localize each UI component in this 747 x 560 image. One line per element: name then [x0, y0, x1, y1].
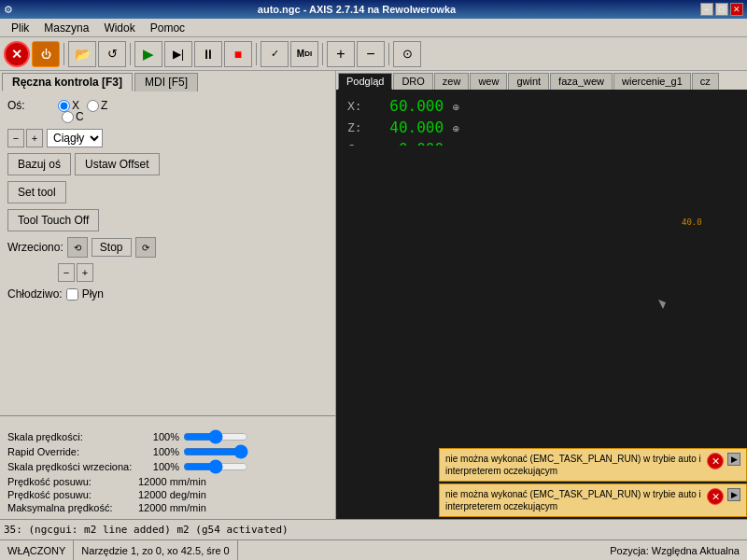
slider-spindle-label: Skala prędkości wrzeciona: [7, 461, 138, 472]
rtab-faza[interactable]: faza_wew [550, 73, 613, 90]
spindle-ccw-btn[interactable]: ⟲ [67, 237, 88, 258]
open-button[interactable]: 📂 [68, 41, 96, 67]
menu-pomoc[interactable]: Pomoc [143, 20, 192, 36]
tab-manual[interactable]: Ręczna kontrola [F3] [2, 73, 133, 91]
rtab-dro[interactable]: DRO [393, 73, 432, 90]
bazuj-btn[interactable]: Bazuj oś [7, 153, 71, 175]
maximize-button[interactable]: □ [715, 3, 728, 16]
spindle-minus-btn[interactable]: − [58, 263, 75, 282]
slider-speed: Skala prędkości: 100% [7, 431, 328, 442]
tab-mdi[interactable]: MDI [F5] [134, 73, 198, 91]
info-label-0: Prędkość posuwu: [7, 476, 138, 487]
error-msg-0: nie można wykonać (EMC_TASK_PLAN_RUN) w … [439, 448, 747, 482]
menubar: Plik Maszyna Widok Pomoc [0, 19, 747, 37]
slider-rapid: Rapid Override: 100% [7, 446, 328, 457]
spindle-speed-row: − + [7, 263, 328, 282]
set-tool-btn[interactable]: Set tool [7, 181, 66, 203]
slider-speed-label: Skala prędkości: [7, 431, 138, 442]
os-c-option[interactable]: C [62, 110, 84, 123]
menu-maszyna[interactable]: Maszyna [36, 20, 96, 36]
rapid-slider[interactable] [183, 446, 248, 457]
slider-rapid-label: Rapid Override: [7, 446, 138, 457]
spindle-speed-slider[interactable] [183, 461, 248, 472]
error-close-0[interactable]: ✕ [707, 453, 724, 469]
rtab-wew[interactable]: wew [470, 73, 507, 90]
info-value-2: 12000 mm/min [138, 502, 206, 513]
info-value-1: 12000 deg/min [138, 489, 206, 500]
log-text: 35: (ngcgui: m2 line added) m2 (g54 acti… [4, 524, 289, 536]
speed-slider[interactable] [183, 431, 248, 442]
status-position: Pozycja: Względna Aktualna [238, 540, 747, 560]
rtab-cz[interactable]: cz [692, 73, 719, 90]
rtab-podglad[interactable]: Podgląd [338, 73, 392, 90]
minimize-button[interactable]: − [700, 3, 713, 16]
error-detail-1[interactable]: ▶ [727, 488, 740, 501]
error-close-1[interactable]: ✕ [707, 488, 724, 505]
titlebar-title: auto.ngc - AXIS 2.7.14 na Rewolwerowka [13, 4, 700, 15]
error-detail-0[interactable]: ▶ [727, 453, 740, 466]
slider-spindle-value: 100% [142, 461, 179, 472]
plyn-checkbox[interactable] [66, 288, 78, 301]
spindle-spinbox: − + [58, 263, 93, 282]
spindle-plus-btn[interactable]: + [77, 263, 93, 282]
titlebar: ⚙ auto.ngc - AXIS 2.7.14 na Rewolwerowka… [0, 0, 747, 19]
close-button[interactable]: ✕ [730, 3, 743, 16]
pause-button[interactable]: ⏸ [194, 41, 222, 67]
tool-touch-off-btn[interactable]: Tool Touch Off [7, 209, 99, 231]
spindle-stop-btn[interactable]: Stop [92, 238, 132, 257]
error-text-0: nie można wykonać (EMC_TASK_PLAN_RUN) w … [445, 453, 703, 477]
jog-spinbox: − + [7, 129, 43, 147]
panel-divider [0, 415, 335, 416]
separator-2 [130, 43, 131, 65]
rtab-gwint[interactable]: gwint [508, 73, 549, 90]
run-button[interactable]: ▶ [134, 41, 162, 67]
os-label: Oś: [7, 99, 54, 112]
spindle-row: Wrzeciono: ⟲ Stop ⟳ [7, 237, 328, 258]
menu-widok[interactable]: Widok [96, 20, 142, 36]
ustaw-btn[interactable]: Ustaw Offset [75, 153, 159, 175]
check-button[interactable]: ✓ [261, 41, 289, 67]
wrzeciono-label: Wrzeciono: [7, 241, 63, 254]
status-tool: Narzędzie 1, zo 0, xo 42.5, śre 0 [74, 540, 237, 560]
titlebar-icon: ⚙ [4, 4, 13, 16]
statusbar: WŁĄCZONY Narzędzie 1, zo 0, xo 42.5, śre… [0, 539, 747, 560]
info-row-1: Prędkość posuwu: 12000 deg/min [7, 489, 328, 500]
sliders-section: Skala prędkości: 100% Rapid Override: 10… [0, 427, 335, 519]
separator-4 [322, 43, 323, 65]
os-c-row: C [7, 110, 328, 123]
stop-button[interactable]: ■ [224, 41, 252, 67]
minus-button[interactable]: − [357, 41, 385, 67]
toolbar: ✕ ⏻ 📂 ↺ ▶ ▶| ⏸ ■ ✓ MDI + − ⊙ [0, 37, 747, 71]
slider-rapid-value: 100% [142, 446, 179, 457]
jog-minus-btn[interactable]: − [7, 129, 24, 147]
ctrl-panel: Oś: X Z C − + [0, 91, 335, 412]
status-state: WŁĄCZONY [0, 540, 74, 560]
rtab-zew[interactable]: zew [434, 73, 470, 90]
touchoff-row: Tool Touch Off [7, 209, 328, 231]
info-row-2: Maksymalna prędkość: 12000 mm/min [7, 502, 328, 513]
svg-text:40.0: 40.0 [682, 217, 702, 227]
rtab-wiercenie[interactable]: wiercenie_g1 [613, 73, 691, 90]
jog-row: − + Ciągły 0.001 0.01 0.1 1 [7, 129, 328, 147]
menu-plik[interactable]: Plik [4, 20, 36, 36]
step-button[interactable]: ▶| [164, 41, 192, 67]
touch-button[interactable]: ⊙ [393, 41, 421, 67]
bottom-log: 35: (ngcgui: m2 line added) m2 (g54 acti… [0, 519, 747, 539]
info-label-1: Prędkość posuwu: [7, 489, 138, 500]
plus-button[interactable]: + [327, 41, 355, 67]
coolant-row: Chłodziwo: Płyn [7, 287, 328, 301]
estop-button[interactable]: ✕ [4, 41, 30, 67]
error-msg-1: nie można wykonać (EMC_TASK_PLAN_RUN) w … [439, 483, 747, 517]
error-panel: nie można wykonać (EMC_TASK_PLAN_RUN) w … [439, 448, 747, 519]
separator-5 [388, 43, 389, 65]
mdi-button[interactable]: MDI [290, 41, 318, 67]
slider-spindle: Skala prędkości wrzeciona: 100% [7, 461, 328, 472]
spindle-cw-btn[interactable]: ⟳ [135, 237, 156, 258]
reload-button[interactable]: ↺ [98, 41, 126, 67]
chlodzenie-label: Chłodziwo: [7, 287, 63, 301]
slider-speed-value: 100% [142, 431, 179, 442]
jog-mode-select[interactable]: Ciągły 0.001 0.01 0.1 1 [47, 129, 103, 147]
jog-plus-btn[interactable]: + [26, 129, 43, 147]
os-z-option[interactable]: Z [87, 99, 107, 112]
power-button[interactable]: ⏻ [32, 41, 60, 67]
